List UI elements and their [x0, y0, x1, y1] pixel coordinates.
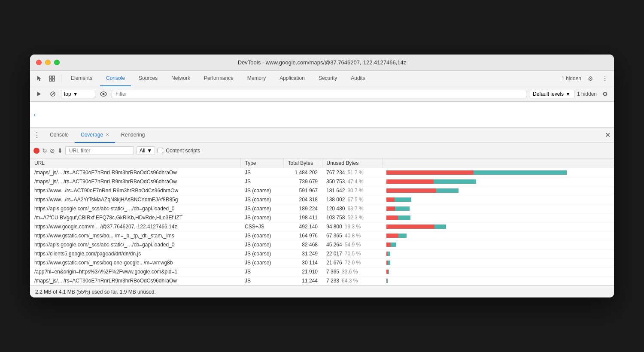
bar-unused	[387, 279, 388, 283]
cell-type: JS (coarse)	[240, 204, 283, 213]
bar-unused	[395, 206, 410, 211]
tab-sources[interactable]: Sources	[133, 71, 164, 86]
table-row[interactable]: https://www.../rs=AA2YrTsMaAZqN8kjHAsBNC…	[30, 195, 614, 204]
coverage-close-icon[interactable]: ✕	[106, 132, 109, 137]
svg-rect-2	[49, 79, 52, 81]
table-row[interactable]: https://www.gstatic.com/_mss/boq-one-goo…	[30, 258, 614, 267]
col-header-total: Total Bytes	[283, 158, 322, 168]
panel-dots-icon[interactable]: ⋮	[33, 131, 40, 139]
tab-performance[interactable]: Performance	[198, 71, 240, 86]
close-button[interactable]	[36, 60, 42, 65]
svg-point-8	[103, 93, 105, 95]
cell-bar	[382, 231, 614, 240]
console-output: ›	[30, 102, 614, 127]
cell-url: /m=A7fCU,BVgquf,CBIRxf,EFQ78c,GkRiKb,HDv…	[30, 213, 240, 222]
cell-total: 82 468	[283, 240, 322, 249]
eye-icon[interactable]	[98, 88, 109, 100]
context-dropdown[interactable]: top ▼	[61, 90, 95, 98]
tab-console[interactable]: Console	[100, 71, 131, 86]
prompt-chevron[interactable]: ›	[33, 111, 36, 118]
unused-bytes: 120 480	[326, 206, 345, 212]
table-row[interactable]: /maps/_js/... /rs=ACT90oE7nRnrLR9m3hrRBo…	[30, 276, 614, 285]
bar-unused	[434, 179, 476, 184]
content-scripts-checkbox[interactable]	[158, 148, 163, 153]
cell-type: JS	[240, 276, 283, 285]
cell-unused: 103 758 52.3 %	[322, 213, 382, 222]
tab-security[interactable]: Security	[313, 71, 343, 86]
content-scripts-checkbox-label[interactable]: Content scripts	[158, 148, 200, 154]
settings-icon-console[interactable]: ⚙	[599, 88, 611, 100]
cell-total: 204 318	[283, 195, 322, 204]
bar-unused	[388, 252, 390, 256]
cell-url: https://www.google.com/m... /@37.7646207…	[30, 222, 240, 231]
url-filter-input[interactable]	[65, 146, 134, 155]
stop-icon[interactable]: ⊘	[50, 147, 55, 154]
cell-type: JS (coarse)	[240, 240, 283, 249]
cell-url: /maps/_js/... /rs=ACT90oE7nRnrLR9m3hrRBo…	[30, 276, 240, 285]
unused-bytes: 67 365	[326, 233, 342, 239]
toolbar-right: 1 hidden ⚙ ⋮	[562, 73, 611, 84]
inspect-icon[interactable]	[46, 73, 58, 84]
more-icon[interactable]: ⋮	[599, 73, 611, 84]
titlebar: DevTools - www.google.com/maps/@37.76462…	[30, 55, 614, 71]
svg-marker-4	[37, 92, 41, 96]
tab-network[interactable]: Network	[165, 71, 196, 86]
settings-icon[interactable]: ⚙	[585, 73, 596, 84]
reload-icon[interactable]: ↻	[42, 147, 47, 154]
tab-console-bottom[interactable]: Console	[44, 127, 75, 143]
table-row[interactable]: /maps/_js/... /rs=ACT90oE7nRnrLR9m3hrRBo…	[30, 168, 614, 177]
cell-total: 30 114	[283, 258, 322, 267]
tab-coverage[interactable]: Coverage ✕	[75, 127, 115, 143]
download-icon[interactable]: ⬇	[58, 147, 63, 154]
cursor-icon[interactable]	[33, 73, 45, 84]
filter-input[interactable]	[112, 90, 526, 98]
coverage-toolbar: ↻ ⊘ ⬇ All ▼ Content scripts	[30, 143, 614, 158]
coverage-table-container: URL Type Total Bytes Unused Bytes /maps/…	[30, 158, 614, 285]
all-dropdown[interactable]: All ▼	[137, 146, 155, 155]
levels-dropdown[interactable]: Default levels ▼	[529, 90, 574, 98]
block-icon[interactable]	[47, 88, 58, 100]
run-icon[interactable]	[33, 88, 45, 100]
unused-pct: 33.6 %	[342, 269, 358, 275]
unused-pct: 72.0 %	[345, 260, 361, 266]
cell-url: https://www.gstatic.com/_mss/bo... /m=_b…	[30, 231, 240, 240]
tab-application[interactable]: Application	[273, 71, 311, 86]
cell-url: https://apis.google.com/_scs/abc-static/…	[30, 204, 240, 213]
bar-unused	[391, 243, 396, 247]
unused-bytes: 138 002	[326, 197, 345, 203]
table-row[interactable]: /app?hl=en&origin=https%3A%2F%2Fwww.goog…	[30, 267, 614, 276]
tab-audits[interactable]: Audits	[345, 71, 371, 86]
unused-pct: 70.5 %	[345, 251, 361, 257]
table-row[interactable]: https://www.gstatic.com/_mss/bo... /m=_b…	[30, 231, 614, 240]
table-row[interactable]: https://clients5.google.com/pagead/drt/d…	[30, 249, 614, 258]
table-row[interactable]: https://apis.google.com/_scs/abc-static/…	[30, 204, 614, 213]
devtools-toolbar: Elements Console Sources Network Perform…	[30, 71, 614, 86]
minimize-button[interactable]	[45, 60, 51, 65]
table-row[interactable]: https://www.google.com/m... /@37.7646207…	[30, 222, 614, 231]
unused-pct: 52.3 %	[347, 215, 363, 221]
bar-used	[386, 179, 434, 184]
bar-unused	[388, 270, 389, 274]
bar-unused	[436, 188, 459, 193]
tab-elements[interactable]: Elements	[65, 71, 98, 86]
record-button[interactable]	[33, 148, 39, 154]
unused-bytes: 94 800	[326, 224, 342, 230]
tab-memory[interactable]: Memory	[241, 71, 272, 86]
table-row[interactable]: /m=A7fCU,BVgquf,CBIRxf,EFQ78c,GkRiKb,HDv…	[30, 213, 614, 222]
unused-pct: 51.7 %	[347, 170, 363, 176]
tab-rendering[interactable]: Rendering	[115, 127, 151, 143]
maximize-button[interactable]	[54, 60, 60, 65]
cell-type: JS (coarse)	[240, 258, 283, 267]
cell-url: /app?hl=en&origin=https%3A%2F%2Fwww.goog…	[30, 267, 240, 276]
unused-pct: 40.8 %	[345, 233, 361, 239]
unused-pct: 30.7 %	[347, 188, 363, 194]
cell-type: JS (coarse)	[240, 249, 283, 258]
cell-total: 21 910	[283, 267, 322, 276]
table-row[interactable]: https://www.../rs=ACT90oE7nRnrLR9m3hrRBo…	[30, 186, 614, 195]
panel-close-button[interactable]: ✕	[605, 131, 611, 139]
table-row[interactable]: /maps/_js/... /rs=ACT90oE7nRnrLR9m3hrRBo…	[30, 177, 614, 186]
bar-unused	[474, 170, 567, 175]
cell-total: 1 484 202	[283, 168, 322, 177]
table-row[interactable]: https://apis.google.com/_scs/abc-static/…	[30, 240, 614, 249]
cell-unused: 45 264 54.9 %	[322, 240, 382, 249]
